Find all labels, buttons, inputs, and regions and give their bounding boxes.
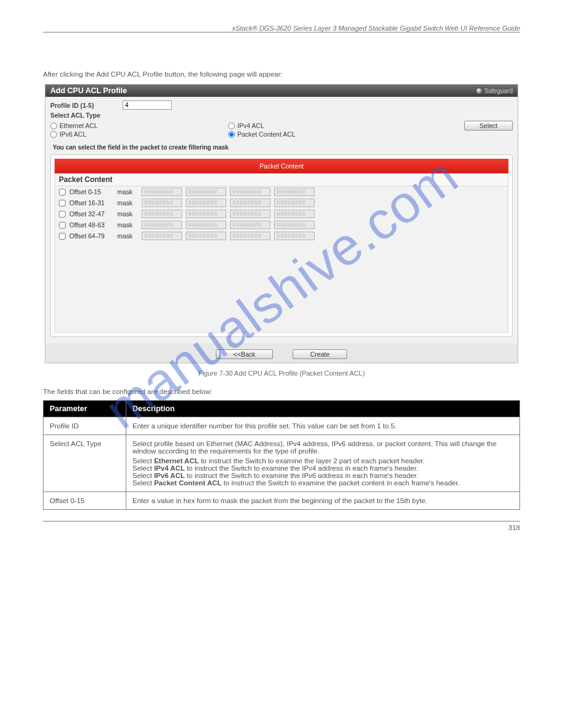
tab-packet-content[interactable]: Packet Content	[55, 159, 508, 173]
window-title-bar: Add CPU ACL Profile Safeguard	[45, 85, 518, 97]
safeguard-orb-icon	[477, 88, 482, 94]
table-row: Offset 0-15 Enter a value in hex form to…	[44, 492, 520, 510]
desc-select-acl-type-pre: Select profile based on Ethernet (MAC Ad…	[132, 440, 497, 455]
offset-3-checkbox[interactable]	[59, 222, 66, 229]
offset-2-checkbox[interactable]	[59, 211, 66, 218]
offset-1-mask-0[interactable]	[142, 199, 182, 207]
offset-2-mask-3[interactable]	[274, 210, 315, 218]
packet-content-acl-label: Packet Content ACL	[237, 131, 296, 138]
offset-3-mask-3[interactable]	[274, 221, 315, 229]
offset-0-mask-0[interactable]	[142, 188, 182, 196]
offset-1-mask-label: mask	[117, 199, 138, 207]
safeguard-indicator: Safeguard	[477, 88, 513, 94]
bullet-3: Select Packet Content ACL to instruct th…	[132, 479, 513, 487]
offset-3-mask-2[interactable]	[230, 221, 270, 229]
th-parameter: Parameter	[44, 401, 126, 417]
packet-content-section-title: Packet Content	[55, 173, 508, 186]
bullet-0: Select Ethernet ACL to instruct the Swit…	[132, 457, 513, 464]
th-description: Description	[126, 401, 520, 417]
offset-1-checkbox[interactable]	[59, 200, 66, 207]
offset-2-mask-label: mask	[117, 210, 138, 218]
param-profile-id: Profile ID	[44, 417, 126, 435]
back-button[interactable]: <<Back	[216, 349, 274, 359]
offset-0-mask-1[interactable]	[186, 188, 226, 196]
screenshot-frame: Add CPU ACL Profile Safeguard Profile ID…	[45, 84, 518, 363]
offset-1-mask-3[interactable]	[274, 199, 315, 207]
desc-profile-id: Enter a unique identifier number for thi…	[126, 417, 520, 435]
ipv6-acl-radio[interactable]	[50, 131, 57, 138]
figure-caption: Figure 7-30 Add CPU ACL Profile (Packet …	[43, 370, 520, 377]
offset-1-mask-2[interactable]	[230, 199, 270, 207]
offset-row-4: Offset 64-79 mask	[55, 230, 508, 241]
parameters-table: Parameter Description Profile ID Enter a…	[43, 400, 520, 510]
offset-4-mask-1[interactable]	[186, 232, 226, 240]
instruction-text: You can select the field in the packet t…	[53, 144, 513, 151]
offset-1-label: Offset 16-31	[69, 199, 113, 207]
offset-4-checkbox[interactable]	[59, 233, 66, 240]
offset-4-mask-3[interactable]	[274, 232, 315, 240]
offset-0-checkbox[interactable]	[59, 189, 66, 195]
bullet-1: Select IPv4 ACL to instruct the Switch t…	[132, 464, 513, 472]
offset-0-label: Offset 0-15	[69, 188, 113, 195]
select-button[interactable]: Select	[464, 121, 513, 131]
desc-offset-0-15: Enter a value in hex form to mask the pa…	[126, 492, 520, 510]
intro-line: After clicking the Add CPU ACL Profile b…	[43, 69, 520, 79]
offset-row-2: Offset 32-47 mask	[55, 208, 508, 219]
header-rule	[43, 32, 520, 32]
ethernet-acl-label: Ethernet ACL	[59, 122, 98, 129]
offset-3-label: Offset 48-63	[69, 221, 113, 229]
offset-0-mask-label: mask	[117, 188, 138, 195]
ipv6-acl-label: IPv6 ACL	[59, 131, 86, 138]
table-row: Profile ID Enter a unique identifier num…	[44, 417, 520, 435]
offset-3-mask-label: mask	[117, 221, 138, 229]
offset-row-1: Offset 16-31 mask	[55, 197, 508, 208]
offset-3-mask-1[interactable]	[186, 221, 226, 229]
header-device-series: xStack® DGS-3620 Series Layer 3 Managed …	[43, 25, 520, 32]
offset-2-mask-1[interactable]	[186, 210, 226, 218]
ipv4-acl-label: IPv4 ACL	[237, 122, 264, 129]
offset-4-mask-0[interactable]	[142, 232, 182, 240]
safeguard-label: Safeguard	[484, 88, 513, 94]
ipv4-acl-radio[interactable]	[228, 123, 235, 129]
profile-id-input[interactable]	[123, 100, 172, 110]
param-offset-0-15: Offset 0-15	[44, 492, 126, 510]
offset-4-label: Offset 64-79	[69, 232, 113, 240]
create-button[interactable]: Create	[293, 349, 348, 359]
offset-0-mask-3[interactable]	[274, 188, 315, 196]
offset-1-mask-1[interactable]	[186, 199, 226, 207]
page-number: 318	[508, 524, 520, 531]
ethernet-acl-radio[interactable]	[50, 123, 57, 129]
packet-content-acl-radio[interactable]	[228, 131, 235, 138]
desc-select-acl-type: Select profile based on Ethernet (MAC Ad…	[126, 435, 520, 492]
offset-4-mask-label: mask	[117, 232, 138, 240]
offset-row-3: Offset 48-63 mask	[55, 219, 508, 230]
offset-0-mask-2[interactable]	[230, 188, 270, 196]
select-acl-type-label: Select ACL Type	[50, 112, 101, 119]
offset-row-0: Offset 0-15 mask	[55, 186, 508, 197]
table-lead-in: The fields that can be configured are de…	[43, 388, 520, 395]
table-row: Select ACL Type Select profile based on …	[44, 435, 520, 492]
offset-4-mask-2[interactable]	[230, 232, 270, 240]
profile-id-label: Profile ID (1-5)	[50, 102, 119, 109]
offset-2-mask-0[interactable]	[142, 210, 182, 218]
offset-3-mask-0[interactable]	[142, 221, 182, 229]
offset-2-label: Offset 32-47	[69, 210, 113, 218]
window-title: Add CPU ACL Profile	[50, 86, 127, 95]
bullet-2: Select IPv6 ACL to instruct the Switch t…	[132, 472, 513, 479]
param-select-acl-type: Select ACL Type	[44, 435, 126, 492]
config-pane: Packet Content Packet Content Offset 0-1…	[50, 154, 513, 337]
offset-2-mask-2[interactable]	[230, 210, 270, 218]
